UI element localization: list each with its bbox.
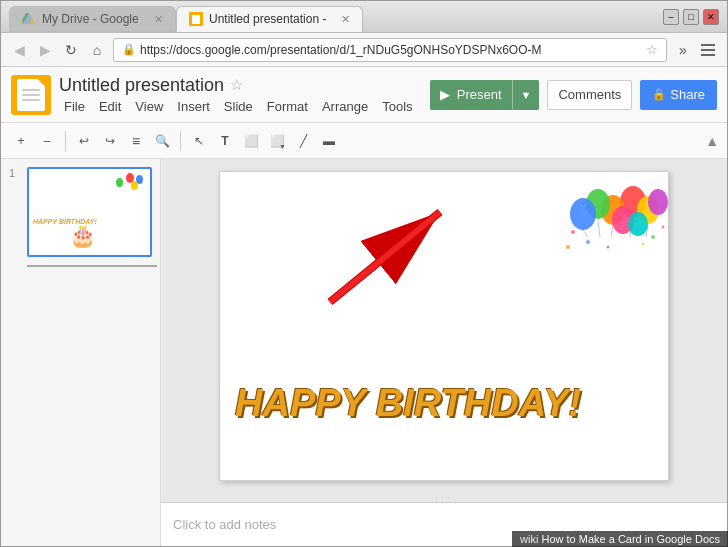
redo-button[interactable]: ↪: [98, 129, 122, 153]
menu-tools[interactable]: Tools: [377, 98, 417, 115]
menu-view[interactable]: View: [130, 98, 168, 115]
svg-point-17: [651, 235, 655, 239]
tab-presentation-close[interactable]: ✕: [341, 13, 350, 26]
svg-point-8: [648, 189, 668, 215]
slide-canvas[interactable]: HAPPY BIRTHDAY!: [219, 171, 669, 481]
tab-google-drive[interactable]: My Drive - Google Drive ✕: [9, 6, 176, 32]
red-arrow: [300, 182, 500, 332]
canvas-area: HAPPY BIRTHDAY! ··· Click to add notes: [161, 159, 727, 546]
url-bar[interactable]: 🔒 https://docs.google.com/presentation/d…: [113, 38, 667, 62]
collapse-toolbar-button[interactable]: ▲: [705, 133, 719, 149]
svg-point-19: [642, 242, 645, 245]
menu-insert[interactable]: Insert: [172, 98, 215, 115]
print-button[interactable]: ≡: [124, 129, 148, 153]
main-area: 1 HAPPY BIRTHDAY! 🎂: [1, 159, 727, 546]
slide-1-wrapper: 1 HAPPY BIRTHDAY! 🎂: [9, 167, 152, 257]
menu-edit[interactable]: Edit: [94, 98, 126, 115]
tab-presentation[interactable]: Untitled presentation - Go ✕: [176, 6, 363, 32]
menu-file[interactable]: File: [59, 98, 90, 115]
comments-button[interactable]: Comments: [547, 80, 632, 110]
notes-drag-handle[interactable]: ···: [161, 492, 727, 502]
url-text: https://docs.google.com/presentation/d/1…: [140, 43, 642, 57]
thumb-cake-emoji: 🎂: [69, 223, 96, 249]
svg-point-16: [571, 230, 575, 234]
svg-point-20: [607, 245, 610, 248]
maximize-button[interactable]: □: [683, 9, 699, 25]
toolbar-sep-2: [180, 131, 181, 151]
tab-drive-close[interactable]: ✕: [154, 13, 163, 26]
favorite-icon[interactable]: ☆: [230, 76, 243, 94]
menu-slide[interactable]: Slide: [219, 98, 258, 115]
wikihow-how-text: How to Make a Card in Google Docs: [541, 533, 720, 545]
extensions-button[interactable]: »: [673, 40, 693, 60]
app-header: Untitled presentation ☆ File Edit View I…: [1, 67, 727, 123]
svg-point-10: [628, 212, 648, 236]
svg-line-14: [583, 230, 588, 237]
slides-logo: [11, 75, 51, 115]
title-bar: My Drive - Google Drive ✕ Untitled prese…: [1, 1, 727, 33]
share-lock-icon: 🔒: [652, 88, 666, 101]
zoom-button[interactable]: 🔍: [150, 129, 174, 153]
address-bar: ◀ ▶ ↻ ⌂ 🔒 https://docs.google.com/presen…: [1, 33, 727, 67]
image-tool[interactable]: ⬜: [239, 129, 263, 153]
present-dropdown[interactable]: ▼: [513, 80, 540, 110]
notes-placeholder: Click to add notes: [173, 517, 276, 532]
svg-point-7: [570, 198, 596, 230]
present-button[interactable]: ▶ Present: [430, 80, 512, 110]
window: My Drive - Google Drive ✕ Untitled prese…: [0, 0, 728, 547]
share-button[interactable]: 🔒 Share: [640, 80, 717, 110]
slide-1-number: 1: [9, 167, 21, 179]
close-button[interactable]: ✕: [703, 9, 719, 25]
text-tool[interactable]: T: [213, 129, 237, 153]
menu-arrange[interactable]: Arrange: [317, 98, 373, 115]
svg-point-21: [566, 245, 570, 249]
tab-bar: My Drive - Google Drive ✕ Untitled prese…: [9, 1, 655, 32]
balloons-group: [558, 182, 658, 272]
wikihow-watermark: wiki How to Make a Card in Google Docs: [512, 531, 728, 547]
slides-favicon: [189, 12, 203, 26]
slide-viewport: HAPPY BIRTHDAY!: [161, 159, 727, 492]
undo-button[interactable]: ↩: [72, 129, 96, 153]
zoom-in-button[interactable]: +: [9, 129, 33, 153]
toolbar-sep-1: [65, 131, 66, 151]
svg-line-25: [330, 212, 440, 302]
slide-1-thumbnail[interactable]: HAPPY BIRTHDAY! 🎂: [27, 167, 152, 257]
svg-point-22: [662, 225, 665, 228]
divider-tool[interactable]: ▬: [317, 129, 341, 153]
menu-format[interactable]: Format: [262, 98, 313, 115]
chrome-menu-button[interactable]: [699, 40, 719, 60]
refresh-button[interactable]: ↻: [61, 40, 81, 60]
zoom-out-button[interactable]: –: [35, 129, 59, 153]
header-actions: ▶ Present ▼ Comments 🔒 Share: [430, 80, 717, 110]
drive-favicon: [22, 12, 36, 26]
happy-birthday-text: HAPPY BIRTHDAY!: [235, 382, 581, 425]
doc-title-area: Untitled presentation ☆ File Edit View I…: [59, 75, 422, 115]
menu-row: File Edit View Insert Slide Format Arran…: [59, 98, 422, 115]
home-button[interactable]: ⌂: [87, 40, 107, 60]
slides-panel: 1 HAPPY BIRTHDAY! 🎂: [1, 159, 161, 546]
tab-drive-label: My Drive - Google Drive: [42, 12, 142, 26]
svg-point-18: [586, 240, 590, 244]
back-button[interactable]: ◀: [9, 40, 29, 60]
forward-button[interactable]: ▶: [35, 40, 55, 60]
window-controls: – □ ✕: [663, 9, 719, 25]
shape-tool[interactable]: ⬜ ▼: [265, 129, 289, 153]
slide-divider: [27, 265, 157, 267]
line-tool[interactable]: ╱: [291, 129, 315, 153]
wikihow-text: wiki: [520, 533, 541, 545]
minimize-button[interactable]: –: [663, 9, 679, 25]
svg-line-13: [598, 219, 600, 237]
select-tool[interactable]: ↖: [187, 129, 211, 153]
tab-presentation-label: Untitled presentation - Go: [209, 12, 329, 26]
toolbar: + – ↩ ↪ ≡ 🔍 ↖ T ⬜ ⬜ ▼ ╱ ▬ ▲: [1, 123, 727, 159]
doc-title[interactable]: Untitled presentation: [59, 75, 224, 96]
lock-icon: 🔒: [122, 43, 136, 56]
bookmark-icon[interactable]: ☆: [646, 42, 658, 57]
svg-line-12: [611, 225, 613, 237]
